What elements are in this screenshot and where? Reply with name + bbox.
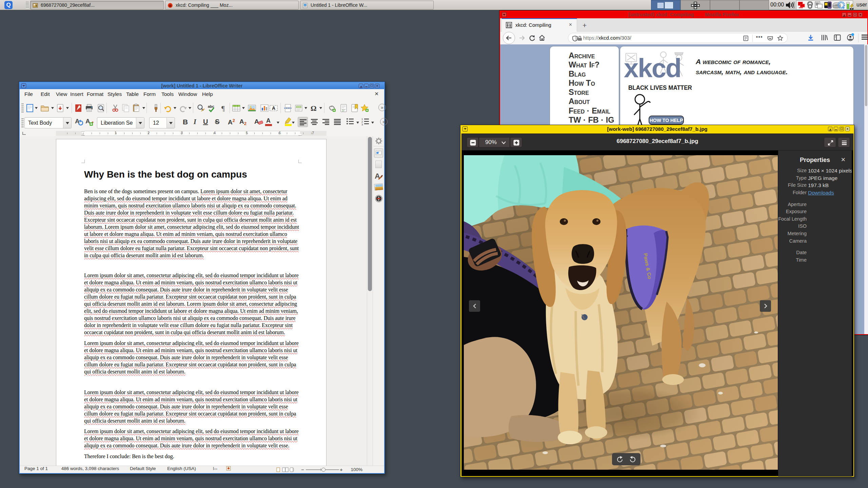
svg-text:−: −: [301, 467, 304, 472]
svg-text:1²: 1²: [342, 109, 344, 112]
svg-text:3: 3: [361, 123, 363, 126]
svg-text:A: A: [85, 118, 90, 125]
svg-text:+: +: [340, 467, 343, 472]
svg-text:xkcd: xkcd: [624, 53, 681, 83]
svg-text:¶: ¶: [221, 104, 225, 113]
svg-text:A: A: [272, 105, 275, 111]
svg-text:Ω: Ω: [311, 104, 317, 113]
